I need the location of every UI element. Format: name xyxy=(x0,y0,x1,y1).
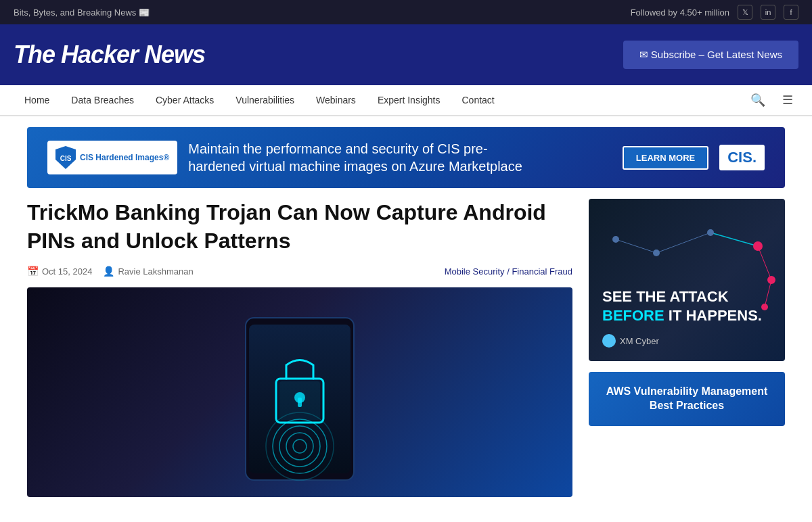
followers-text: Followed by 4.50+ million xyxy=(631,7,729,18)
subscribe-button[interactable]: ✉ Subscribe – Get Latest News xyxy=(623,41,798,69)
sidebar: SEE THE ATTACK BEFORE IT HAPPENS. XM Cyb… xyxy=(589,199,785,497)
top-bar-right: Followed by 4.50+ million 𝕏 in f xyxy=(631,5,798,20)
article-hero-illustration xyxy=(185,298,415,487)
svg-line-14 xyxy=(710,233,758,246)
twitter-icon[interactable]: 𝕏 xyxy=(738,5,752,20)
meta-left: 📅 Oct 15, 2024 👤 Ravie Lakshmanan xyxy=(27,266,194,277)
main-content: TrickMo Banking Trojan Can Now Capture A… xyxy=(14,199,798,497)
article-section: TrickMo Banking Trojan Can Now Capture A… xyxy=(27,199,572,497)
xm-logo-icon xyxy=(602,334,616,348)
svg-line-12 xyxy=(616,239,656,253)
banner-right: LEARN MORE CIS. xyxy=(623,145,765,170)
nav-data-breaches[interactable]: Data Breaches xyxy=(60,85,145,115)
svg-line-16 xyxy=(765,280,771,307)
svg-point-17 xyxy=(612,236,619,243)
tagline: Bits, Bytes, and Breaking News 📰 xyxy=(14,7,150,18)
site-logo[interactable]: The Hacker News xyxy=(14,41,205,69)
article-category[interactable]: Mobile Security / Financial Fraud xyxy=(445,266,572,277)
svg-line-13 xyxy=(656,233,710,253)
svg-point-19 xyxy=(707,229,714,236)
cis-logo-text: CIS Hardened Images® xyxy=(80,153,169,162)
svg-line-15 xyxy=(758,246,771,280)
article-date: 📅 Oct 15, 2024 xyxy=(27,266,92,277)
nav-expert-insights[interactable]: Expert Insights xyxy=(367,85,451,115)
xm-cyber-ad[interactable]: SEE THE ATTACK BEFORE IT HAPPENS. XM Cyb… xyxy=(589,199,785,361)
article-title: TrickMo Banking Trojan Can Now Capture A… xyxy=(27,199,572,255)
linkedin-icon[interactable]: in xyxy=(761,5,775,20)
cis-shield-icon: CIS xyxy=(55,146,76,169)
banner-tagline: Maintain the performance and security of… xyxy=(188,140,526,175)
aws-ad[interactable]: AWS Vulnerability Management Best Practi… xyxy=(589,372,785,426)
top-bar: Bits, Bytes, and Breaking News 📰 Followe… xyxy=(0,0,812,24)
svg-text:CIS: CIS xyxy=(60,155,72,162)
search-icon[interactable]: 🔍 xyxy=(747,89,769,111)
nav-right: 🔍 ☰ xyxy=(747,89,798,111)
menu-icon[interactable]: ☰ xyxy=(777,89,798,111)
article-author: 👤 Ravie Lakshmanan xyxy=(103,266,193,277)
banner-ad-left: CIS CIS Hardened Images® Maintain the pe… xyxy=(47,140,526,175)
xm-ad-text: SEE THE ATTACK BEFORE IT HAPPENS. xyxy=(602,287,762,326)
banner-ad: CIS CIS Hardened Images® Maintain the pe… xyxy=(27,127,785,188)
cis-badge: CIS. xyxy=(719,145,765,170)
nav-vulnerabilities[interactable]: Vulnerabilities xyxy=(225,85,305,115)
xm-logo: XM Cyber xyxy=(602,334,659,348)
aws-ad-text: AWS Vulnerability Management Best Practi… xyxy=(606,385,768,413)
svg-point-22 xyxy=(761,304,768,310)
cis-logo: CIS CIS Hardened Images® xyxy=(47,141,177,174)
facebook-icon[interactable]: f xyxy=(784,5,798,20)
nav-cyber-attacks[interactable]: Cyber Attacks xyxy=(145,85,225,115)
article-meta: 📅 Oct 15, 2024 👤 Ravie Lakshmanan Mobile… xyxy=(27,266,572,277)
author-icon: 👤 xyxy=(103,266,114,277)
learn-more-button[interactable]: LEARN MORE xyxy=(623,146,708,170)
main-nav: Home Data Breaches Cyber Attacks Vulnera… xyxy=(0,85,812,116)
nav-items: Home Data Breaches Cyber Attacks Vulnera… xyxy=(14,85,747,115)
nav-webinars[interactable]: Webinars xyxy=(305,85,367,115)
header: The Hacker News ✉ Subscribe – Get Latest… xyxy=(0,24,812,85)
svg-rect-11 xyxy=(298,398,302,407)
nav-home[interactable]: Home xyxy=(14,85,60,115)
svg-point-21 xyxy=(767,276,775,284)
calendar-icon: 📅 xyxy=(27,266,39,277)
svg-point-18 xyxy=(653,250,660,256)
article-image xyxy=(27,287,572,497)
svg-point-20 xyxy=(753,241,763,251)
nav-contact[interactable]: Contact xyxy=(451,85,505,115)
